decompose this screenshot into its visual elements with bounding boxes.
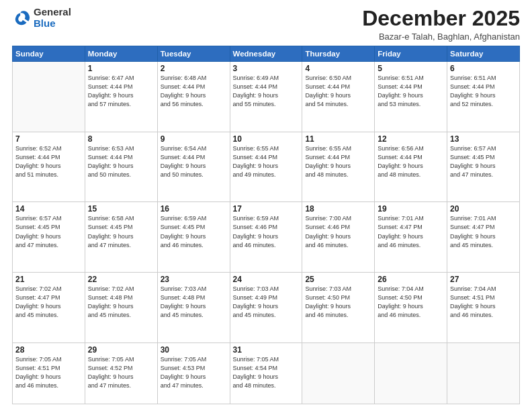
col-friday: Friday xyxy=(375,46,447,62)
day-info: Sunrise: 6:54 AM Sunset: 4:44 PM Dayligh… xyxy=(161,144,227,179)
day-number: 12 xyxy=(378,134,444,144)
day-number: 5 xyxy=(378,64,444,73)
table-row: 14Sunrise: 6:57 AM Sunset: 4:45 PM Dayli… xyxy=(13,202,85,273)
day-info: Sunrise: 6:55 AM Sunset: 4:44 PM Dayligh… xyxy=(233,144,300,179)
col-thursday: Thursday xyxy=(302,46,375,62)
table-row: 23Sunrise: 7:03 AM Sunset: 4:48 PM Dayli… xyxy=(157,273,230,343)
table-row xyxy=(302,342,375,404)
page: General Blue December 2025 Bazar-e Talah… xyxy=(0,0,532,411)
table-row: 5Sunrise: 6:51 AM Sunset: 4:44 PM Daylig… xyxy=(375,62,447,132)
day-number: 18 xyxy=(305,204,371,214)
day-info: Sunrise: 7:01 AM Sunset: 4:47 PM Dayligh… xyxy=(378,214,444,249)
day-number: 25 xyxy=(305,275,371,284)
day-info: Sunrise: 6:57 AM Sunset: 4:45 PM Dayligh… xyxy=(15,214,82,249)
day-number: 14 xyxy=(15,204,82,214)
col-tuesday: Tuesday xyxy=(157,46,230,62)
day-number: 20 xyxy=(450,204,517,214)
day-number: 3 xyxy=(233,64,300,73)
table-row: 10Sunrise: 6:55 AM Sunset: 4:44 PM Dayli… xyxy=(230,132,302,202)
table-row xyxy=(447,342,520,404)
day-number: 1 xyxy=(88,64,154,73)
table-row: 20Sunrise: 7:01 AM Sunset: 4:47 PM Dayli… xyxy=(447,202,520,273)
table-row: 29Sunrise: 7:05 AM Sunset: 4:52 PM Dayli… xyxy=(85,342,157,404)
day-info: Sunrise: 7:03 AM Sunset: 4:50 PM Dayligh… xyxy=(305,285,371,320)
day-number: 24 xyxy=(233,275,300,284)
day-number: 31 xyxy=(233,345,300,355)
table-row: 24Sunrise: 7:03 AM Sunset: 4:49 PM Dayli… xyxy=(230,273,302,343)
title-block: December 2025 Bazar-e Talah, Baghlan, Af… xyxy=(362,7,520,42)
day-number: 21 xyxy=(15,275,82,284)
day-info: Sunrise: 7:02 AM Sunset: 4:47 PM Dayligh… xyxy=(15,285,82,320)
day-info: Sunrise: 6:59 AM Sunset: 4:45 PM Dayligh… xyxy=(161,214,227,249)
table-row: 30Sunrise: 7:05 AM Sunset: 4:53 PM Dayli… xyxy=(157,342,230,404)
day-number: 10 xyxy=(233,134,300,144)
day-info: Sunrise: 6:57 AM Sunset: 4:45 PM Dayligh… xyxy=(450,144,517,179)
table-row: 26Sunrise: 7:04 AM Sunset: 4:50 PM Dayli… xyxy=(375,273,447,343)
table-row: 19Sunrise: 7:01 AM Sunset: 4:47 PM Dayli… xyxy=(375,202,447,273)
day-number: 26 xyxy=(378,275,444,284)
table-row: 1Sunrise: 6:47 AM Sunset: 4:44 PM Daylig… xyxy=(85,62,157,132)
col-sunday: Sunday xyxy=(13,46,85,62)
calendar-week-row: 14Sunrise: 6:57 AM Sunset: 4:45 PM Dayli… xyxy=(13,202,520,273)
calendar-header-row: Sunday Monday Tuesday Wednesday Thursday… xyxy=(13,46,520,62)
logo-icon xyxy=(12,9,31,28)
day-info: Sunrise: 7:03 AM Sunset: 4:49 PM Dayligh… xyxy=(233,285,300,320)
day-number: 23 xyxy=(161,275,227,284)
table-row: 6Sunrise: 6:51 AM Sunset: 4:44 PM Daylig… xyxy=(447,62,520,132)
day-info: Sunrise: 7:05 AM Sunset: 4:51 PM Dayligh… xyxy=(15,355,82,390)
day-info: Sunrise: 7:02 AM Sunset: 4:48 PM Dayligh… xyxy=(88,285,154,320)
day-number: 15 xyxy=(88,204,154,214)
day-info: Sunrise: 6:55 AM Sunset: 4:44 PM Dayligh… xyxy=(305,144,371,179)
table-row: 21Sunrise: 7:02 AM Sunset: 4:47 PM Dayli… xyxy=(13,273,85,343)
calendar-week-row: 1Sunrise: 6:47 AM Sunset: 4:44 PM Daylig… xyxy=(13,62,520,132)
logo-blue-text: Blue xyxy=(34,18,71,30)
day-info: Sunrise: 6:56 AM Sunset: 4:44 PM Dayligh… xyxy=(378,144,444,179)
day-info: Sunrise: 6:58 AM Sunset: 4:45 PM Dayligh… xyxy=(88,214,154,249)
table-row: 8Sunrise: 6:53 AM Sunset: 4:44 PM Daylig… xyxy=(85,132,157,202)
table-row: 31Sunrise: 7:05 AM Sunset: 4:54 PM Dayli… xyxy=(230,342,302,404)
table-row: 2Sunrise: 6:48 AM Sunset: 4:44 PM Daylig… xyxy=(157,62,230,132)
table-row: 16Sunrise: 6:59 AM Sunset: 4:45 PM Dayli… xyxy=(157,202,230,273)
day-info: Sunrise: 6:48 AM Sunset: 4:44 PM Dayligh… xyxy=(161,74,227,109)
day-number: 13 xyxy=(450,134,517,144)
day-info: Sunrise: 6:49 AM Sunset: 4:44 PM Dayligh… xyxy=(233,74,300,109)
table-row: 3Sunrise: 6:49 AM Sunset: 4:44 PM Daylig… xyxy=(230,62,302,132)
day-info: Sunrise: 6:51 AM Sunset: 4:44 PM Dayligh… xyxy=(378,74,444,109)
day-info: Sunrise: 6:50 AM Sunset: 4:44 PM Dayligh… xyxy=(305,74,371,109)
day-info: Sunrise: 7:04 AM Sunset: 4:51 PM Dayligh… xyxy=(450,285,517,320)
day-number: 27 xyxy=(450,275,517,284)
table-row: 4Sunrise: 6:50 AM Sunset: 4:44 PM Daylig… xyxy=(302,62,375,132)
day-number: 19 xyxy=(378,204,444,214)
col-wednesday: Wednesday xyxy=(230,46,302,62)
table-row: 13Sunrise: 6:57 AM Sunset: 4:45 PM Dayli… xyxy=(447,132,520,202)
table-row: 18Sunrise: 7:00 AM Sunset: 4:46 PM Dayli… xyxy=(302,202,375,273)
day-info: Sunrise: 7:01 AM Sunset: 4:47 PM Dayligh… xyxy=(450,214,517,249)
day-info: Sunrise: 7:05 AM Sunset: 4:52 PM Dayligh… xyxy=(88,355,154,390)
day-number: 29 xyxy=(88,345,154,355)
table-row: 22Sunrise: 7:02 AM Sunset: 4:48 PM Dayli… xyxy=(85,273,157,343)
calendar-table: Sunday Monday Tuesday Wednesday Thursday… xyxy=(12,46,520,404)
day-number: 8 xyxy=(88,134,154,144)
logo-text: General Blue xyxy=(34,7,71,29)
col-monday: Monday xyxy=(85,46,157,62)
day-info: Sunrise: 6:51 AM Sunset: 4:44 PM Dayligh… xyxy=(450,74,517,109)
day-number: 16 xyxy=(161,204,227,214)
table-row: 17Sunrise: 6:59 AM Sunset: 4:46 PM Dayli… xyxy=(230,202,302,273)
day-info: Sunrise: 7:00 AM Sunset: 4:46 PM Dayligh… xyxy=(305,214,371,249)
table-row xyxy=(375,342,447,404)
table-row: 7Sunrise: 6:52 AM Sunset: 4:44 PM Daylig… xyxy=(13,132,85,202)
day-info: Sunrise: 6:47 AM Sunset: 4:44 PM Dayligh… xyxy=(88,74,154,109)
table-row: 28Sunrise: 7:05 AM Sunset: 4:51 PM Dayli… xyxy=(13,342,85,404)
month-title: December 2025 xyxy=(362,7,520,30)
day-number: 30 xyxy=(161,345,227,355)
day-number: 7 xyxy=(15,134,82,144)
day-number: 4 xyxy=(305,64,371,73)
calendar-week-row: 28Sunrise: 7:05 AM Sunset: 4:51 PM Dayli… xyxy=(13,342,520,404)
day-number: 6 xyxy=(450,64,517,73)
day-number: 2 xyxy=(161,64,227,73)
table-row: 9Sunrise: 6:54 AM Sunset: 4:44 PM Daylig… xyxy=(157,132,230,202)
day-info: Sunrise: 7:05 AM Sunset: 4:54 PM Dayligh… xyxy=(233,355,300,390)
table-row: 25Sunrise: 7:03 AM Sunset: 4:50 PM Dayli… xyxy=(302,273,375,343)
day-info: Sunrise: 6:52 AM Sunset: 4:44 PM Dayligh… xyxy=(15,144,82,179)
day-info: Sunrise: 6:53 AM Sunset: 4:44 PM Dayligh… xyxy=(88,144,154,179)
